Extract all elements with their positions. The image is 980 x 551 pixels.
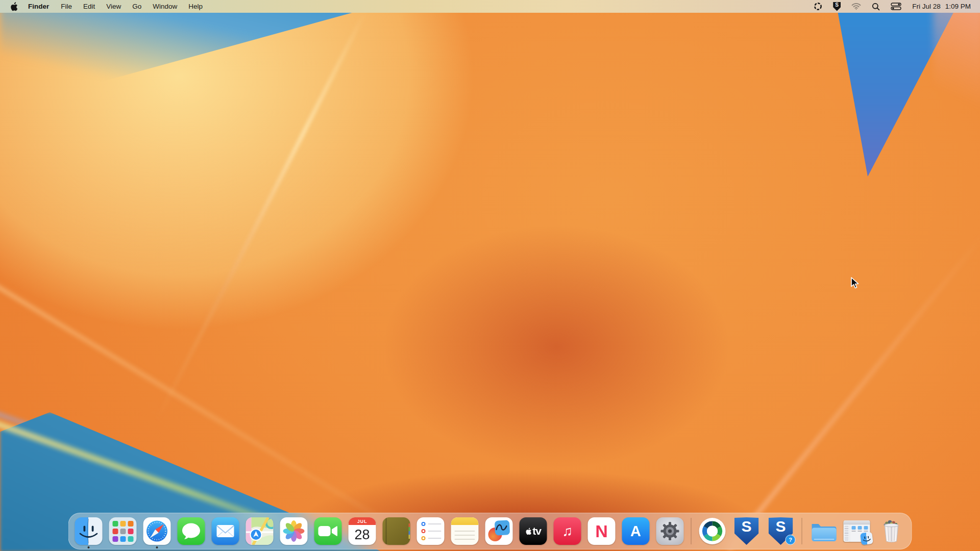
spotlight-search-icon[interactable] xyxy=(872,3,880,11)
dock-item-maps[interactable] xyxy=(246,517,274,545)
calendar-icon: JUL 28 xyxy=(349,517,376,545)
menu-window[interactable]: Window xyxy=(147,0,183,13)
wallpaper-shadow xyxy=(316,179,796,515)
wallpaper-highlight xyxy=(0,0,577,418)
dock: JUL 28 xyxy=(68,513,912,549)
wifi-icon[interactable] xyxy=(851,3,861,10)
safari-icon xyxy=(143,517,171,545)
maps-icon xyxy=(246,517,274,545)
dock-item-ring-app[interactable] xyxy=(699,517,726,545)
wallpaper xyxy=(0,0,980,551)
dock-item-trash[interactable] xyxy=(878,517,905,545)
menu-bar-status: S Fri xyxy=(814,2,973,11)
menu-view[interactable]: View xyxy=(101,0,127,13)
seb-letter: S xyxy=(741,517,751,536)
dock-item-launchpad[interactable] xyxy=(109,517,137,545)
dock-item-downloads-folder[interactable] xyxy=(810,517,837,545)
dock-item-seb-help[interactable]: S ? xyxy=(767,517,795,545)
music-note-glyph: ♫ xyxy=(562,523,573,539)
menu-edit[interactable]: Edit xyxy=(78,0,101,13)
facetime-icon xyxy=(314,517,342,545)
dock-item-system-settings[interactable] xyxy=(656,517,684,545)
launchpad-icon xyxy=(109,517,137,545)
ring-segments-icon[interactable] xyxy=(814,2,822,11)
dock-item-mail[interactable] xyxy=(212,517,239,545)
dock-separator xyxy=(802,518,802,544)
app-menu-finder[interactable]: Finder xyxy=(22,0,55,13)
dock-item-notes[interactable] xyxy=(451,517,479,545)
wallpaper-petal-edge xyxy=(155,10,368,421)
ring-app-icon xyxy=(699,517,726,545)
menu-bar: Finder File Edit View Go Window Help S xyxy=(0,0,980,13)
menu-bar-left: Finder File Edit View Go Window Help xyxy=(7,0,208,13)
dock-item-contacts[interactable] xyxy=(383,517,410,545)
apple-logo-icon xyxy=(525,528,531,535)
news-icon: N xyxy=(588,517,616,545)
control-center-icon[interactable] xyxy=(891,3,901,10)
app-store-icon: A xyxy=(622,517,650,545)
minimized-window-icon xyxy=(844,520,871,548)
seb-help-shield-icon: S ? xyxy=(767,517,795,545)
dock-separator xyxy=(691,518,692,544)
desktop: Finder File Edit View Go Window Help S xyxy=(0,0,980,551)
folder-icon xyxy=(810,517,837,545)
news-letter: N xyxy=(595,521,608,541)
help-badge: ? xyxy=(786,535,796,545)
wallpaper-topleft-sky xyxy=(0,0,398,110)
wallpaper-pink-rim xyxy=(933,0,980,138)
menu-bar-clock[interactable]: Fri Jul 28 1:09 PM xyxy=(912,3,971,10)
dock-item-photos[interactable] xyxy=(280,517,308,545)
freeform-icon xyxy=(485,517,513,545)
dock-item-safe-exam-browser[interactable]: S xyxy=(733,517,761,545)
app-store-letter: A xyxy=(630,523,641,540)
dock-item-facetime[interactable] xyxy=(314,517,342,545)
dock-item-tv[interactable]: tv xyxy=(520,517,547,545)
menu-go[interactable]: Go xyxy=(127,0,147,13)
clock-time: 1:09 PM xyxy=(945,3,971,10)
music-icon: ♫ xyxy=(554,517,581,545)
menu-file[interactable]: File xyxy=(55,0,78,13)
trash-full-icon xyxy=(878,517,905,545)
dock-item-minimized-finder-window[interactable] xyxy=(844,517,871,545)
apple-logo-icon xyxy=(10,2,18,11)
finder-badge-icon xyxy=(860,532,873,545)
apple-menu[interactable] xyxy=(7,2,22,11)
finder-icon xyxy=(75,517,103,545)
seb-shield-icon[interactable]: S xyxy=(833,2,841,11)
dock-item-news[interactable]: N xyxy=(588,517,616,545)
dock-item-app-store[interactable]: A xyxy=(622,517,650,545)
menu-help[interactable]: Help xyxy=(183,0,208,13)
wallpaper-blue-wedge xyxy=(834,0,971,187)
calendar-month: JUL xyxy=(349,517,376,525)
dock-item-safari[interactable] xyxy=(143,517,171,545)
dock-item-reminders[interactable] xyxy=(417,517,445,545)
dock-item-calendar[interactable]: JUL 28 xyxy=(349,517,376,545)
contacts-icon xyxy=(383,517,410,545)
dock-item-freeform[interactable] xyxy=(485,517,513,545)
tv-label: tv xyxy=(532,525,541,537)
dock-item-messages[interactable] xyxy=(178,517,205,545)
dock-item-finder[interactable] xyxy=(75,517,103,545)
photos-icon xyxy=(280,517,308,545)
wallpaper-petal-edge xyxy=(0,283,440,551)
seb-shield-icon: S xyxy=(733,517,761,545)
mouse-cursor xyxy=(849,277,861,291)
calendar-day: 28 xyxy=(349,525,376,545)
messages-icon xyxy=(178,517,205,545)
mail-icon xyxy=(212,517,239,545)
notes-icon xyxy=(451,517,479,545)
system-settings-gear-icon xyxy=(656,517,684,545)
clock-date: Fri Jul 28 xyxy=(912,3,941,10)
reminders-icon xyxy=(417,517,445,545)
seb-menu-letter: S xyxy=(835,2,839,8)
dock-item-music[interactable]: ♫ xyxy=(554,517,581,545)
seb-help-letter: S xyxy=(775,517,786,536)
tv-icon: tv xyxy=(520,517,547,545)
